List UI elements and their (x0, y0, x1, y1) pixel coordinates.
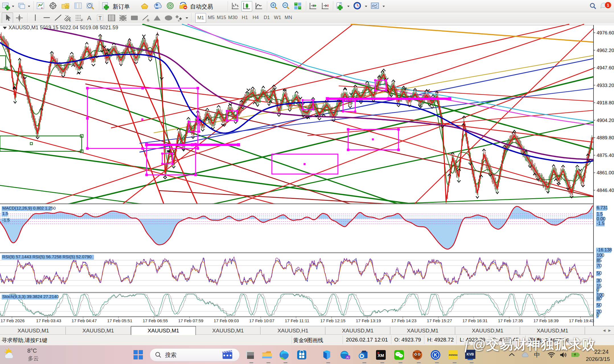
svg-text:1: 1 (607, 3, 609, 7)
svg-text:1.5: 1.5 (2, 211, 8, 216)
svg-text:17 Feb 09:03: 17 Feb 09:03 (214, 318, 239, 323)
svg-text:17 Feb 10:07: 17 Feb 10:07 (249, 318, 274, 323)
svg-text:50: 50 (597, 271, 602, 276)
svg-text:17 Feb 16:31: 17 Feb 16:31 (462, 318, 487, 323)
svg-text:Stoch(9,3,3) 39.3824 27.2140: Stoch(9,3,3) 39.3824 27.2140 (2, 294, 59, 299)
svg-text:4933.20: 4933.20 (597, 83, 614, 88)
svg-text:4918.80: 4918.80 (597, 100, 614, 106)
svg-text:T: T (98, 15, 102, 21)
svg-text:17 Feb 15:27: 17 Feb 15:27 (427, 318, 452, 323)
svg-text:exness: exness (449, 353, 458, 356)
svg-text:-16.138: -16.138 (597, 247, 612, 252)
svg-text:17 Feb 05:51: 17 Feb 05:51 (107, 318, 132, 323)
svg-text:85: 85 (597, 258, 602, 263)
svg-text:4846.40: 4846.40 (597, 188, 614, 193)
svg-text:RSI(9) 57.1443 RSI(5) 56.7258: RSI(9) 57.1443 RSI(5) 56.7258 RSI(5) 52.… (2, 254, 92, 259)
svg-text:4875.40: 4875.40 (597, 153, 614, 158)
svg-text:17 Feb 19:43: 17 Feb 19:43 (569, 318, 594, 323)
svg-text:17 Feb 17:35: 17 Feb 17:35 (498, 318, 523, 323)
svg-text:-1.5: -1.5 (2, 218, 10, 222)
svg-text:100: 100 (597, 253, 604, 258)
svg-text:17 Feb 18:39: 17 Feb 18:39 (533, 318, 558, 323)
svg-text:AI: AI (346, 356, 349, 359)
svg-text:XAUUSD,M1 5019.15 5022.04 501: XAUUSD,M1 5019.15 5022.04 5019.08 5021.5… (9, 25, 118, 30)
svg-text:0: 0 (597, 288, 599, 292)
svg-text:4962.20: 4962.20 (597, 48, 614, 53)
svg-text:4976.60: 4976.60 (597, 30, 614, 36)
svg-text:A: A (87, 15, 91, 22)
svg-text:XM: XM (378, 353, 384, 358)
svg-text:17 Feb 14:23: 17 Feb 14:23 (391, 318, 416, 323)
svg-text:17 Feb 12:15: 17 Feb 12:15 (320, 318, 345, 323)
svg-text:17 Feb 03:43: 17 Feb 03:43 (36, 318, 61, 323)
svg-text:17 Feb 07:59: 17 Feb 07:59 (178, 318, 203, 323)
svg-text:17 Feb 13:19: 17 Feb 13:19 (356, 318, 381, 323)
svg-text:G: G (147, 18, 149, 22)
svg-text:6.731: 6.731 (597, 205, 608, 210)
svg-text:4889.80: 4889.80 (597, 135, 614, 140)
svg-text:80: 80 (597, 296, 602, 301)
svg-text:4904.20: 4904.20 (597, 118, 614, 123)
svg-text:0: 0 (597, 313, 599, 318)
svg-text:17 Feb 11:11: 17 Feb 11:11 (285, 318, 309, 323)
svg-text:0.00: 0.00 (597, 216, 605, 221)
svg-text:-1.5: -1.5 (597, 221, 605, 226)
svg-text:70: 70 (597, 263, 602, 268)
svg-text:50: 50 (597, 303, 602, 307)
svg-text:17 Feb 04:47: 17 Feb 04:47 (72, 318, 97, 323)
svg-text:30: 30 (597, 278, 602, 283)
svg-text:4861.00: 4861.00 (597, 170, 614, 175)
svg-text:F: F (81, 18, 83, 22)
svg-text:K: K (434, 353, 437, 357)
svg-text:17 Feb 2026: 17 Feb 2026 (1, 318, 24, 323)
svg-text:4947.60: 4947.60 (597, 65, 614, 71)
svg-text:17 Feb 06:55: 17 Feb 06:55 (143, 318, 168, 323)
svg-text:MACD(12,26,9) 0.802 1.250: MACD(12,26,9) 0.802 1.250 (2, 206, 56, 210)
svg-text:E: E (69, 18, 71, 22)
svg-text:1.5: 1.5 (597, 212, 603, 216)
